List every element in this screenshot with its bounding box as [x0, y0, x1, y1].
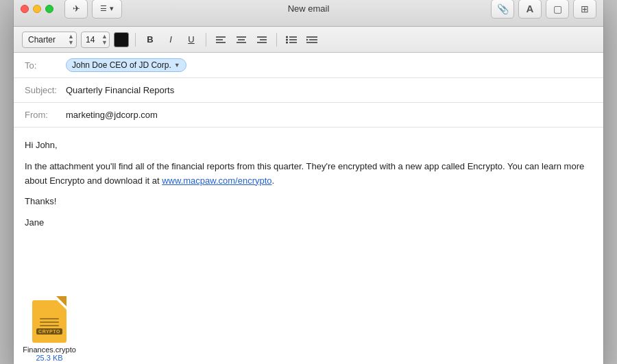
- from-label: From:: [25, 110, 66, 120]
- formatting-bar: Charter ▲▼ ▲▼ B I U: [14, 27, 603, 53]
- font-size-input[interactable]: [81, 32, 110, 48]
- grid-icon: ⊞: [581, 3, 589, 14]
- attachment-filename: Finances.crypto: [23, 345, 76, 354]
- divider-1: [135, 33, 136, 47]
- titlebar-right-buttons: 📎 A ▢ ⊞: [491, 0, 596, 19]
- to-row: To: John Doe CEO of JD Corp. ▼: [14, 53, 603, 78]
- file-line-3: [40, 325, 59, 326]
- list-icon: ☰ ▾: [100, 4, 113, 13]
- to-recipient-name: John Doe CEO of JD Corp.: [72, 60, 171, 70]
- divider-2: [206, 33, 206, 47]
- align-center-button[interactable]: [233, 32, 250, 48]
- send-button[interactable]: ✈: [64, 0, 88, 19]
- bold-button[interactable]: B: [142, 32, 158, 48]
- to-label: To:: [25, 60, 66, 71]
- attachment-button[interactable]: 📎: [491, 0, 514, 19]
- attachment-area: CRYPTO Finances.crypto 25.3 KB: [14, 292, 603, 364]
- svg-point-13: [286, 41, 288, 43]
- file-label-area: CRYPTO: [34, 318, 64, 335]
- email-compose-window: ✈ ☰ ▾ New email 📎 A ▢ ⊞ Charter: [14, 0, 603, 364]
- to-recipient-chip[interactable]: John Doe CEO of JD Corp. ▼: [66, 58, 186, 72]
- compose-area: To: John Doe CEO of JD Corp. ▼ Subject: …: [14, 53, 603, 364]
- align-right-button[interactable]: [254, 32, 270, 48]
- window-view-button[interactable]: ▢: [546, 0, 569, 19]
- encrypto-link[interactable]: www.macpaw.com/encrypto: [162, 175, 271, 186]
- svg-point-11: [286, 38, 288, 40]
- file-badge: CRYPTO: [36, 328, 62, 335]
- underline-button[interactable]: U: [183, 32, 199, 48]
- grid-button[interactable]: ⊞: [573, 0, 596, 19]
- to-chip-dropdown-arrow: ▼: [174, 62, 180, 69]
- from-value[interactable]: marketing@jdcorp.com: [66, 110, 158, 120]
- attachment-item[interactable]: CRYPTO Finances.crypto 25.3 KB: [25, 296, 74, 362]
- body-signature: Jane: [25, 216, 592, 230]
- file-line-2: [40, 321, 59, 323]
- italic-button[interactable]: I: [162, 32, 179, 48]
- svg-point-9: [286, 36, 288, 38]
- maximize-button[interactable]: [45, 5, 53, 13]
- divider-3: [276, 33, 277, 47]
- from-row: From: marketing@jdcorp.com: [14, 103, 603, 128]
- font-button[interactable]: A: [518, 0, 542, 19]
- body-link-suffix: .: [272, 175, 275, 186]
- indent-button[interactable]: [304, 32, 320, 48]
- send-icon: ✈: [73, 3, 80, 14]
- subject-row: Subject: Quarterly Financial Reports: [14, 78, 603, 103]
- email-body[interactable]: Hi John, In the attachment you'll find a…: [14, 128, 603, 292]
- attachment-size: 25.3 KB: [36, 354, 62, 362]
- file-body: CRYPTO: [32, 300, 66, 343]
- list-menu-button[interactable]: ☰ ▾: [92, 0, 122, 19]
- paperclip-icon: 📎: [497, 3, 509, 14]
- body-text-1: In the attachment you'll find all of the…: [25, 161, 584, 186]
- text-color-swatch[interactable]: [114, 32, 129, 47]
- subject-value[interactable]: Quarterly Financial Reports: [66, 85, 174, 95]
- attachment-file-icon: CRYPTO: [30, 296, 69, 343]
- font-select-wrapper: Charter ▲▼: [22, 32, 77, 48]
- align-left-button[interactable]: [213, 32, 229, 48]
- traffic-lights: [21, 5, 53, 13]
- font-select[interactable]: Charter: [22, 32, 77, 48]
- titlebar-left-buttons: ✈ ☰ ▾: [64, 0, 122, 19]
- close-button[interactable]: [21, 5, 29, 13]
- window-title: New email: [288, 3, 330, 14]
- titlebar: ✈ ☰ ▾ New email 📎 A ▢ ⊞: [14, 0, 603, 27]
- font-icon: A: [527, 3, 534, 14]
- body-greeting: Hi John,: [25, 138, 592, 153]
- file-line-1: [40, 318, 59, 319]
- minimize-button[interactable]: [33, 5, 41, 13]
- list-format-button[interactable]: [283, 32, 300, 48]
- subject-label: Subject:: [25, 85, 66, 95]
- body-thanks: Thanks!: [25, 195, 592, 209]
- font-size-wrapper: ▲▼: [81, 32, 110, 48]
- body-paragraph-1: In the attachment you'll find all of the…: [25, 160, 592, 189]
- window-icon: ▢: [553, 3, 562, 14]
- file-lines: [40, 318, 59, 326]
